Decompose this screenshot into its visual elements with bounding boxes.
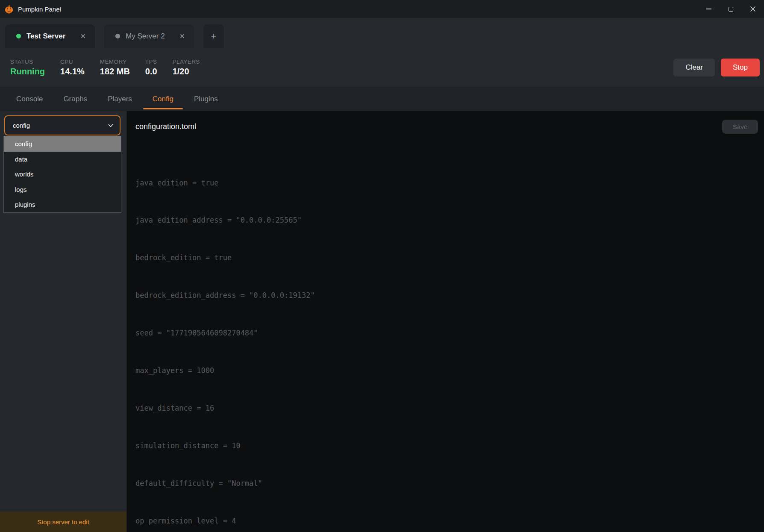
save-button[interactable]: Save (722, 120, 758, 134)
add-server-tab-button[interactable]: + (203, 24, 224, 48)
dropdown-option-logs[interactable]: logs (4, 182, 121, 197)
server-tab-test-server[interactable]: Test Server (5, 24, 95, 48)
dropdown-option-config[interactable]: config (4, 136, 121, 152)
dropdown-option-data[interactable]: data (4, 152, 121, 167)
main-area: config config data worlds logs plugins S… (0, 111, 764, 532)
stat-tps: TPS 0.0 (145, 59, 157, 76)
config-sidebar: config config data worlds logs plugins S… (0, 111, 126, 532)
editor-header: configuration.toml Save (127, 111, 764, 142)
server-status-dot (16, 34, 21, 38)
stat-players: PLAYERS 1/20 (173, 59, 200, 76)
maximize-button[interactable] (720, 0, 742, 18)
config-filename: configuration.toml (135, 122, 196, 131)
clear-button[interactable]: Clear (673, 59, 715, 76)
close-tab-button[interactable] (178, 32, 186, 41)
server-actions: Clear Stop (673, 59, 760, 76)
close-window-button[interactable] (742, 0, 764, 18)
close-tab-button[interactable] (79, 32, 87, 41)
section-tabs: Console Graphs Players Config Plugins (0, 87, 764, 111)
code-line: default_difficulty = "Normal" (135, 477, 764, 490)
code-line: bedrock_edition = true (135, 252, 764, 264)
titlebar: Pumpkin Panel (0, 0, 764, 18)
code-line: simulation_distance = 10 (135, 440, 764, 452)
window-controls (697, 0, 764, 18)
stat-memory: MEMORY 182 MB (100, 59, 130, 76)
config-category-select[interactable]: config (4, 115, 120, 135)
tab-console[interactable]: Console (7, 87, 52, 111)
stat-label: CPU (60, 59, 85, 65)
pumpkin-icon (4, 4, 14, 14)
code-line: java_edition = true (135, 177, 764, 189)
server-tab-label: Test Server (26, 32, 73, 41)
code-line: view_distance = 16 (135, 402, 764, 414)
stat-value: 14.1% (60, 67, 85, 76)
server-tab-label: My Server 2 (126, 32, 172, 41)
stat-value: 182 MB (100, 67, 130, 76)
config-editor[interactable]: java_edition = true java_edition_address… (127, 142, 764, 532)
code-line: max_players = 1000 (135, 364, 764, 377)
maximize-icon (729, 7, 733, 12)
minimize-button[interactable] (697, 0, 720, 18)
stat-value: 0.0 (145, 67, 157, 76)
stat-cpu: CPU 14.1% (60, 59, 85, 76)
tab-config[interactable]: Config (143, 87, 183, 111)
code-line: op_permission_level = 4 (135, 515, 764, 527)
edit-warning-bar: Stop server to edit (0, 511, 126, 532)
chevron-down-icon (108, 123, 114, 128)
close-icon (81, 34, 85, 38)
stat-label: PLAYERS (173, 59, 200, 65)
server-status-dot (115, 34, 120, 38)
config-category-dropdown: config data worlds logs plugins (3, 136, 121, 213)
tab-players[interactable]: Players (98, 87, 141, 111)
close-icon (750, 6, 756, 12)
app-title: Pumpkin Panel (18, 6, 61, 13)
status-badge: Running (10, 67, 45, 76)
status-bar: STATUS Running CPU 14.1% MEMORY 182 MB T… (0, 48, 764, 87)
minimize-icon (706, 9, 711, 9)
stat-label: MEMORY (100, 59, 130, 65)
stat-status: STATUS Running (10, 59, 45, 76)
dropdown-option-worlds[interactable]: worlds (4, 167, 121, 182)
edit-warning-text: Stop server to edit (37, 518, 89, 526)
server-tab-my-server-2[interactable]: My Server 2 (104, 24, 194, 48)
code-line: bedrock_edition_address = "0.0.0.0:19132… (135, 289, 764, 302)
tab-plugins[interactable]: Plugins (185, 87, 227, 111)
close-icon (180, 34, 185, 38)
stat-label: TPS (145, 59, 157, 65)
tab-graphs[interactable]: Graphs (54, 87, 97, 111)
code-line: seed = "1771905646098270484" (135, 327, 764, 339)
server-tab-strip: Test Server My Server 2 + (0, 18, 764, 48)
config-editor-pane: configuration.toml Save java_edition = t… (126, 111, 764, 532)
stop-button[interactable]: Stop (721, 59, 760, 76)
stat-value: 1/20 (173, 67, 200, 76)
code-line: java_edition_address = "0.0.0.0:25565" (135, 214, 764, 226)
dropdown-option-plugins[interactable]: plugins (4, 197, 121, 212)
select-value: config (13, 122, 108, 129)
stat-label: STATUS (10, 59, 45, 65)
